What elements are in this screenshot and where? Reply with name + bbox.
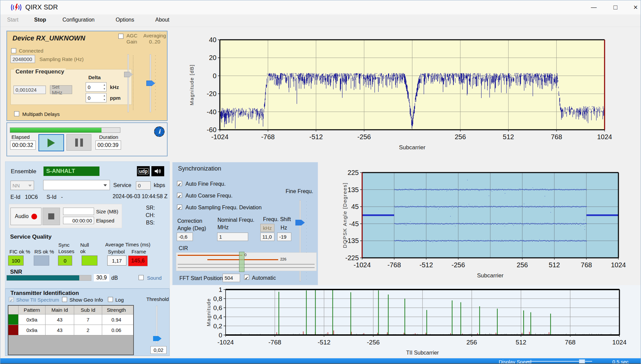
menu-options[interactable]: Options xyxy=(111,14,139,25)
cir-position-handle[interactable] xyxy=(239,252,244,272)
fine-frequ-slider-thumb[interactable] xyxy=(295,220,305,225)
symbol-label: Symbol xyxy=(108,249,125,254)
svg-text:0,8: 0,8 xyxy=(213,295,222,302)
auto-sampling-checkbox[interactable] xyxy=(177,205,182,210)
menu-stop[interactable]: Stop xyxy=(29,14,51,25)
khz-toggle-button[interactable]: kHz xyxy=(260,224,274,232)
transport-panel: Elapsed 00:00:32 Duration 00:00:39 i xyxy=(6,122,168,156)
averaging-label: Averaging0..20 xyxy=(143,33,166,45)
audio-record-button[interactable]: Audio xyxy=(10,208,41,225)
transport-progress-fill xyxy=(10,128,101,132)
duration-field: 00:00:39 xyxy=(95,141,121,150)
auto-fine-checkbox[interactable] xyxy=(177,181,182,186)
window-title: QIRX SDR xyxy=(25,3,58,11)
svg-text:1024: 1024 xyxy=(597,133,612,141)
snr-unit: dB xyxy=(111,275,118,281)
ensemble-name-badge: S-ANHALT xyxy=(43,166,99,176)
center-frequency-title: Center Frequency xyxy=(14,68,66,75)
rs-ok-value xyxy=(34,255,49,266)
svg-text:-768: -768 xyxy=(387,261,401,269)
threshold-value-field: 0,02 xyxy=(150,346,167,354)
svg-text:0,2: 0,2 xyxy=(213,323,222,330)
null-ok-label: Nullok xyxy=(80,242,89,254)
maximize-button[interactable]: □ xyxy=(608,2,623,12)
pause-icon xyxy=(80,139,83,147)
auto-coarse-checkbox[interactable] xyxy=(177,193,182,198)
menu-configuration[interactable]: Configuration xyxy=(58,14,99,25)
sampling-rate-field[interactable]: 2048000 xyxy=(10,55,35,63)
spectrum-chart: -1024-768-512-256256512768102440200-20-4… xyxy=(171,27,641,159)
minimize-button[interactable]: — xyxy=(586,2,601,12)
pattern-swatch xyxy=(8,325,19,335)
nn-dropdown[interactable]: NN xyxy=(10,181,34,190)
show-tii-label: Show TII Spectrum xyxy=(16,297,59,303)
connected-checkbox[interactable] xyxy=(11,48,16,53)
svg-text:256: 256 xyxy=(455,133,466,141)
set-mhz-button[interactable]: Set MHz xyxy=(50,85,72,94)
dqpsk-chart: -1024-768-512-256256512768102422513545-4… xyxy=(319,162,641,285)
averaging-slider-thumb[interactable] xyxy=(146,81,155,86)
stop-icon xyxy=(48,213,54,219)
svg-text:135: 135 xyxy=(348,186,359,193)
svg-text:512: 512 xyxy=(549,261,560,269)
frequency-field[interactable]: 0,001024 xyxy=(13,86,46,94)
correction-angle-field: -0,6 xyxy=(177,233,193,241)
agc-checkbox[interactable] xyxy=(118,34,123,39)
nominal-frequ-label: Nominal Frequ.MHz xyxy=(217,216,254,231)
sound-label: Sound xyxy=(147,275,162,281)
sound-checkbox[interactable] xyxy=(139,275,144,280)
udp-button[interactable]: udp xyxy=(137,166,150,176)
log-checkbox[interactable] xyxy=(108,297,113,302)
svg-text:45: 45 xyxy=(351,203,359,210)
show-tii-checkbox[interactable] xyxy=(9,297,14,302)
spinner-arrows-icon[interactable]: ▲▼ xyxy=(103,83,106,91)
close-button[interactable]: × xyxy=(628,2,641,12)
pause-button[interactable] xyxy=(66,134,91,151)
threshold-slider-thumb[interactable] xyxy=(153,336,162,341)
tii-spectrum-chart: -1024-768-512-256256512768102410,80,60,4… xyxy=(171,285,641,357)
fine-frequ-label: Fine Frequ. xyxy=(286,188,313,194)
speaker-icon[interactable] xyxy=(151,166,164,176)
table-row[interactable]: 0x9a 43 7 0.94 xyxy=(8,314,133,325)
agc-gain-slider[interactable] xyxy=(127,54,129,112)
fft-start-label: FFT Start Position xyxy=(179,275,223,281)
cir-peak-line-0 xyxy=(178,255,242,256)
cir-label: CIR xyxy=(179,245,188,251)
transmitter-id-title: Transmitter Identification xyxy=(9,290,80,297)
status-bar: Display Speed 0,5 sec xyxy=(0,358,641,363)
svg-text:-768: -768 xyxy=(268,339,281,346)
svg-text:512: 512 xyxy=(503,133,514,141)
cir-display[interactable]: 0 226 xyxy=(176,252,317,271)
spinner-arrows-icon[interactable]: ▲▼ xyxy=(103,94,106,102)
table-row[interactable]: 0x9a 43 2 0.06 xyxy=(8,325,133,335)
info-icon[interactable]: i xyxy=(154,126,165,137)
frame-time-value: 145,6 xyxy=(128,255,148,266)
svg-text:256: 256 xyxy=(466,339,477,346)
audio-recorder-panel: Audio Size (MB) 00:00:00 Elapsed xyxy=(9,204,122,228)
svg-text:-512: -512 xyxy=(318,339,330,346)
frequ-shift-hz-field: -19 xyxy=(277,233,291,241)
playback-progress-bar[interactable] xyxy=(10,127,120,133)
show-geo-checkbox[interactable] xyxy=(62,297,67,302)
play-button[interactable] xyxy=(38,134,64,151)
qirx-sdr-window: QIRX SDR — □ × Start Stop Configuration … xyxy=(0,0,641,364)
chevron-down-icon xyxy=(104,184,107,186)
menu-start[interactable]: Start xyxy=(2,14,23,25)
delta-ppm-spinner[interactable]: 0 ▲▼ xyxy=(86,93,107,102)
audio-stop-button[interactable] xyxy=(42,208,60,225)
delta-khz-spinner[interactable]: 0 ▲▼ xyxy=(86,82,107,92)
bs-label: BS: xyxy=(146,220,155,226)
menu-about[interactable]: About xyxy=(150,14,174,25)
multipath-checkbox[interactable] xyxy=(14,111,19,116)
play-icon xyxy=(48,139,55,147)
service-dropdown[interactable] xyxy=(43,180,110,190)
svg-text:1024: 1024 xyxy=(612,339,627,346)
automatic-checkbox[interactable] xyxy=(244,275,249,280)
frequ-shift-khz-field: 11,0 xyxy=(260,233,274,241)
log-label: Log xyxy=(115,297,124,303)
null-ok-value xyxy=(82,255,97,266)
svg-text:1: 1 xyxy=(218,286,222,293)
elapsed-field: 00:00:32 xyxy=(10,141,36,150)
tii-col-strength: Strength xyxy=(102,306,130,314)
display-speed-slider-thumb[interactable] xyxy=(579,359,585,363)
